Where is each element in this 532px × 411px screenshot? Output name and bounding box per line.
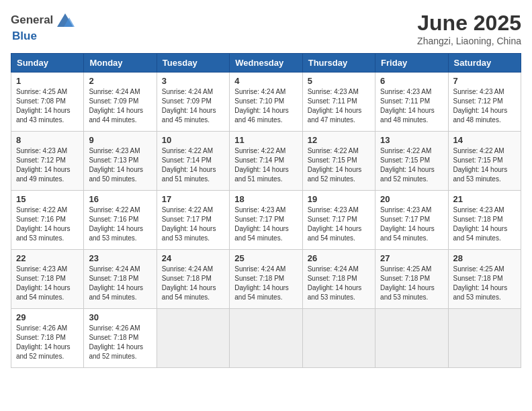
day-info-6: Sunrise: 4:23 AM Sunset: 7:11 PM Dayligh… xyxy=(380,87,443,125)
day-info-1: Sunrise: 4:25 AM Sunset: 7:08 PM Dayligh… xyxy=(16,87,79,125)
week-row-3: 15 Sunrise: 4:22 AM Sunset: 7:16 PM Dayl… xyxy=(11,191,521,250)
day-info-13: Sunrise: 4:22 AM Sunset: 7:15 PM Dayligh… xyxy=(380,146,443,184)
day-cell-18: 18 Sunrise: 4:23 AM Sunset: 7:17 PM Dayl… xyxy=(230,191,302,250)
header-sunday: Sunday xyxy=(11,54,84,73)
day-number-15: 15 xyxy=(16,194,79,204)
day-number-26: 26 xyxy=(308,253,370,263)
day-cell-30: 30 Sunrise: 4:26 AM Sunset: 7:18 PM Dayl… xyxy=(84,309,157,368)
day-info-22: Sunrise: 4:23 AM Sunset: 7:18 PM Dayligh… xyxy=(16,265,79,302)
day-number-11: 11 xyxy=(234,135,297,145)
day-number-19: 19 xyxy=(308,194,370,204)
day-cell-12: 12 Sunrise: 4:22 AM Sunset: 7:15 PM Dayl… xyxy=(302,132,375,191)
day-cell-22: 22 Sunrise: 4:23 AM Sunset: 7:18 PM Dayl… xyxy=(11,250,84,309)
day-number-27: 27 xyxy=(380,253,443,263)
day-cell-16: 16 Sunrise: 4:22 AM Sunset: 7:16 PM Dayl… xyxy=(84,191,157,250)
day-cell-27: 27 Sunrise: 4:25 AM Sunset: 7:18 PM Dayl… xyxy=(375,250,448,309)
empty-cell xyxy=(230,309,302,368)
title-block: June 2025 Zhangzi, Liaoning, China xyxy=(417,11,521,46)
day-cell-1: 1 Sunrise: 4:25 AM Sunset: 7:08 PM Dayli… xyxy=(11,73,84,132)
logo-blue-text: Blue xyxy=(12,30,37,42)
header-wednesday: Wednesday xyxy=(230,54,302,73)
day-cell-7: 7 Sunrise: 4:23 AM Sunset: 7:12 PM Dayli… xyxy=(448,73,521,132)
day-number-13: 13 xyxy=(380,135,443,145)
day-cell-20: 20 Sunrise: 4:23 AM Sunset: 7:17 PM Dayl… xyxy=(375,191,448,250)
day-number-25: 25 xyxy=(234,253,297,263)
day-number-8: 8 xyxy=(16,135,79,145)
day-info-20: Sunrise: 4:23 AM Sunset: 7:17 PM Dayligh… xyxy=(380,205,443,243)
day-number-30: 30 xyxy=(89,312,151,322)
day-info-26: Sunrise: 4:24 AM Sunset: 7:18 PM Dayligh… xyxy=(308,265,370,302)
day-cell-10: 10 Sunrise: 4:22 AM Sunset: 7:14 PM Dayl… xyxy=(157,132,229,191)
day-info-24: Sunrise: 4:24 AM Sunset: 7:18 PM Dayligh… xyxy=(162,265,224,302)
empty-cell xyxy=(375,309,448,368)
day-number-6: 6 xyxy=(380,76,443,86)
day-number-18: 18 xyxy=(234,194,297,204)
day-info-10: Sunrise: 4:22 AM Sunset: 7:14 PM Dayligh… xyxy=(162,146,224,184)
day-cell-19: 19 Sunrise: 4:23 AM Sunset: 7:17 PM Dayl… xyxy=(302,191,375,250)
day-info-15: Sunrise: 4:22 AM Sunset: 7:16 PM Dayligh… xyxy=(16,205,79,243)
day-info-17: Sunrise: 4:22 AM Sunset: 7:17 PM Dayligh… xyxy=(162,205,224,243)
page-header: General Blue June 2025 Zhangzi, Liaoning… xyxy=(11,11,521,46)
day-info-21: Sunrise: 4:23 AM Sunset: 7:18 PM Dayligh… xyxy=(453,205,516,243)
day-number-4: 4 xyxy=(234,76,297,86)
day-number-1: 1 xyxy=(16,76,79,86)
day-info-23: Sunrise: 4:24 AM Sunset: 7:18 PM Dayligh… xyxy=(89,265,151,302)
location-subtitle: Zhangzi, Liaoning, China xyxy=(417,36,521,46)
day-info-9: Sunrise: 4:23 AM Sunset: 7:13 PM Dayligh… xyxy=(89,146,151,184)
logo-general-text: General xyxy=(11,13,53,27)
day-info-5: Sunrise: 4:23 AM Sunset: 7:11 PM Dayligh… xyxy=(308,87,370,125)
day-info-30: Sunrise: 4:26 AM Sunset: 7:18 PM Dayligh… xyxy=(89,324,151,361)
day-info-4: Sunrise: 4:24 AM Sunset: 7:10 PM Dayligh… xyxy=(234,87,297,125)
day-cell-6: 6 Sunrise: 4:23 AM Sunset: 7:11 PM Dayli… xyxy=(375,73,448,132)
day-info-2: Sunrise: 4:24 AM Sunset: 7:09 PM Dayligh… xyxy=(89,87,151,125)
day-cell-17: 17 Sunrise: 4:22 AM Sunset: 7:17 PM Dayl… xyxy=(157,191,229,250)
weekday-header-row: Sunday Monday Tuesday Wednesday Thursday… xyxy=(11,54,521,73)
empty-cell xyxy=(157,309,229,368)
header-monday: Monday xyxy=(84,54,157,73)
day-cell-3: 3 Sunrise: 4:24 AM Sunset: 7:09 PM Dayli… xyxy=(157,73,229,132)
empty-cell xyxy=(448,309,521,368)
day-cell-4: 4 Sunrise: 4:24 AM Sunset: 7:10 PM Dayli… xyxy=(230,73,302,132)
day-number-17: 17 xyxy=(162,194,224,204)
week-row-5: 29 Sunrise: 4:26 AM Sunset: 7:18 PM Dayl… xyxy=(11,309,521,368)
day-cell-15: 15 Sunrise: 4:22 AM Sunset: 7:16 PM Dayl… xyxy=(11,191,84,250)
day-number-9: 9 xyxy=(89,135,151,145)
logo: General Blue xyxy=(11,11,76,43)
header-friday: Friday xyxy=(375,54,448,73)
day-cell-25: 25 Sunrise: 4:24 AM Sunset: 7:18 PM Dayl… xyxy=(230,250,302,309)
day-number-7: 7 xyxy=(453,76,516,86)
week-row-4: 22 Sunrise: 4:23 AM Sunset: 7:18 PM Dayl… xyxy=(11,250,521,309)
day-info-11: Sunrise: 4:22 AM Sunset: 7:14 PM Dayligh… xyxy=(234,146,297,184)
day-cell-23: 23 Sunrise: 4:24 AM Sunset: 7:18 PM Dayl… xyxy=(84,250,157,309)
day-info-19: Sunrise: 4:23 AM Sunset: 7:17 PM Dayligh… xyxy=(308,205,370,243)
day-cell-14: 14 Sunrise: 4:22 AM Sunset: 7:15 PM Dayl… xyxy=(448,132,521,191)
day-number-24: 24 xyxy=(162,253,224,263)
day-info-18: Sunrise: 4:23 AM Sunset: 7:17 PM Dayligh… xyxy=(234,205,297,243)
day-number-21: 21 xyxy=(453,194,516,204)
day-info-3: Sunrise: 4:24 AM Sunset: 7:09 PM Dayligh… xyxy=(162,87,224,125)
day-number-12: 12 xyxy=(308,135,370,145)
day-info-8: Sunrise: 4:23 AM Sunset: 7:12 PM Dayligh… xyxy=(16,146,79,184)
day-info-25: Sunrise: 4:24 AM Sunset: 7:18 PM Dayligh… xyxy=(234,265,297,302)
calendar-table: Sunday Monday Tuesday Wednesday Thursday… xyxy=(11,53,521,368)
day-info-29: Sunrise: 4:26 AM Sunset: 7:18 PM Dayligh… xyxy=(16,324,79,361)
day-cell-29: 29 Sunrise: 4:26 AM Sunset: 7:18 PM Dayl… xyxy=(11,309,84,368)
day-number-22: 22 xyxy=(16,253,79,263)
day-number-14: 14 xyxy=(453,135,516,145)
day-info-28: Sunrise: 4:25 AM Sunset: 7:18 PM Dayligh… xyxy=(453,265,516,302)
day-cell-21: 21 Sunrise: 4:23 AM Sunset: 7:18 PM Dayl… xyxy=(448,191,521,250)
empty-cell xyxy=(302,309,375,368)
day-info-12: Sunrise: 4:22 AM Sunset: 7:15 PM Dayligh… xyxy=(308,146,370,184)
day-cell-13: 13 Sunrise: 4:22 AM Sunset: 7:15 PM Dayl… xyxy=(375,132,448,191)
day-number-3: 3 xyxy=(162,76,224,86)
day-number-20: 20 xyxy=(380,194,443,204)
day-cell-5: 5 Sunrise: 4:23 AM Sunset: 7:11 PM Dayli… xyxy=(302,73,375,132)
day-info-14: Sunrise: 4:22 AM Sunset: 7:15 PM Dayligh… xyxy=(453,146,516,184)
week-row-1: 1 Sunrise: 4:25 AM Sunset: 7:08 PM Dayli… xyxy=(11,73,521,132)
header-tuesday: Tuesday xyxy=(157,54,229,73)
day-number-28: 28 xyxy=(453,253,516,263)
day-number-5: 5 xyxy=(308,76,370,86)
day-info-27: Sunrise: 4:25 AM Sunset: 7:18 PM Dayligh… xyxy=(380,265,443,302)
day-number-2: 2 xyxy=(89,76,151,86)
day-info-7: Sunrise: 4:23 AM Sunset: 7:12 PM Dayligh… xyxy=(453,87,516,125)
